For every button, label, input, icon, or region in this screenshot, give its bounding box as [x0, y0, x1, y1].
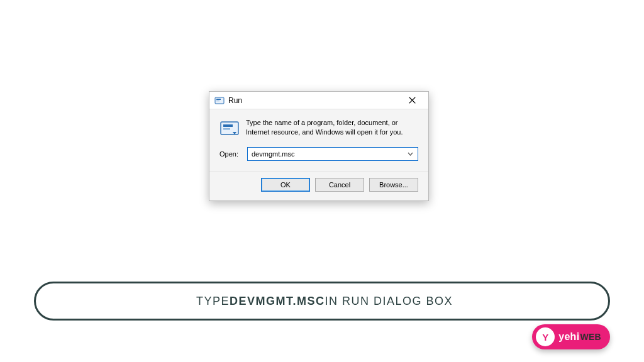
watermark-glyph: Y [542, 332, 548, 343]
run-dialog-buttons: OK Cancel Browse... [209, 171, 428, 200]
caption-bar: TYPE DEVMGMT.MSC IN RUN DIALOG BOX [34, 282, 610, 321]
open-label: Open: [219, 150, 241, 158]
svg-rect-1 [216, 99, 221, 100]
ok-button[interactable]: OK [261, 178, 310, 192]
run-instruction-text: Type the name of a program, folder, docu… [246, 118, 418, 138]
caption-post: IN RUN DIALOG BOX [325, 295, 453, 308]
run-app-icon [219, 118, 240, 138]
run-dialog-title: Run [228, 96, 399, 105]
caption-bold: DEVMGMT.MSC [230, 295, 325, 308]
open-row: Open: [219, 147, 418, 161]
close-button[interactable] [399, 92, 425, 109]
watermark-brand: yehi WEB [558, 331, 601, 343]
caption-text: TYPE DEVMGMT.MSC IN RUN DIALOG BOX [45, 287, 604, 315]
svg-rect-4 [223, 124, 233, 127]
watermark-brand-a: yehi [558, 331, 579, 343]
open-input[interactable] [252, 150, 405, 158]
svg-rect-5 [223, 128, 230, 130]
watermark-badge: Y yehi WEB [532, 324, 610, 349]
caption-pre: TYPE [196, 295, 230, 308]
browse-button[interactable]: Browse... [369, 178, 418, 192]
cancel-button[interactable]: Cancel [315, 178, 364, 192]
svg-rect-2 [216, 101, 219, 101]
watermark-brand-b: WEB [580, 332, 601, 342]
cancel-button-label: Cancel [329, 181, 350, 189]
chevron-down-icon[interactable] [405, 152, 415, 156]
instruction-row: Type the name of a program, folder, docu… [219, 118, 418, 138]
open-combobox[interactable] [247, 147, 418, 161]
close-icon [409, 96, 416, 106]
run-dialog-body: Type the name of a program, folder, docu… [209, 109, 428, 171]
ok-button-label: OK [280, 181, 291, 189]
browse-button-label: Browse... [379, 181, 408, 189]
run-dialog: Run Type the name of a program, folder, … [209, 91, 429, 201]
run-dialog-titlebar[interactable]: Run [209, 92, 428, 109]
watermark-logo-icon: Y [536, 327, 555, 346]
run-app-icon [214, 96, 225, 106]
